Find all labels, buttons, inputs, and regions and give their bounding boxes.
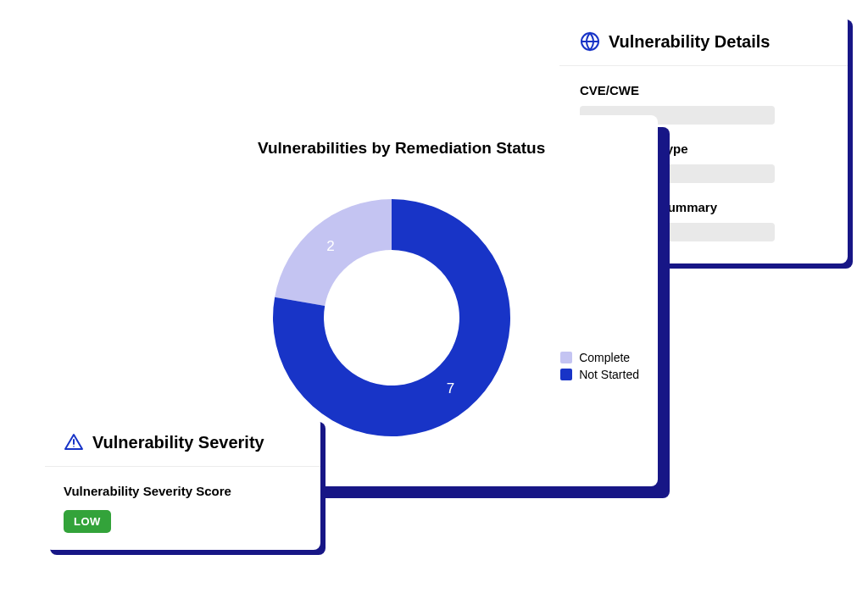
severity-score-label: Vulnerability Severity Score	[64, 484, 302, 498]
severity-title: Vulnerability Severity	[92, 433, 264, 452]
alert-icon	[64, 432, 84, 452]
severity-badge: LOW	[64, 510, 111, 533]
details-title: Vulnerability Details	[609, 32, 770, 52]
legend-swatch	[560, 369, 572, 380]
legend-item-not-started: Not Started	[560, 368, 639, 381]
slice-value-complete: 2	[326, 238, 334, 255]
details-header: Vulnerability Details	[559, 23, 848, 66]
vulnerability-severity-card: Vulnerability Severity Vulnerability Sev…	[45, 417, 320, 550]
donut-chart: 2 7 Complete Not Started	[256, 169, 637, 441]
field-label: CVE/CWE	[580, 83, 827, 97]
svg-point-2	[73, 446, 75, 447]
slice-value-not-started: 7	[447, 380, 454, 397]
chart-legend: Complete Not Started	[560, 347, 639, 385]
legend-label: Not Started	[579, 368, 639, 381]
globe-icon	[580, 31, 600, 52]
legend-label: Complete	[579, 351, 630, 364]
severity-header: Vulnerability Severity	[45, 425, 320, 467]
legend-item-complete: Complete	[560, 351, 639, 364]
severity-body: Vulnerability Severity Score LOW	[45, 467, 320, 533]
legend-swatch	[560, 352, 572, 363]
chart-title: Vulnerabilities by Remediation Status	[256, 134, 637, 164]
